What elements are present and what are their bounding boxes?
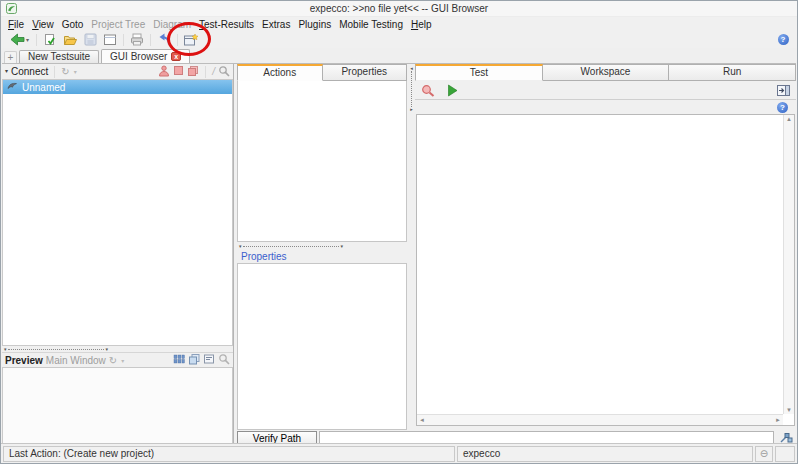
menu-project-tree: Project Tree xyxy=(87,19,149,30)
refresh-icon[interactable]: ↻ xyxy=(61,66,69,77)
header-separator xyxy=(205,66,206,78)
statusbar: Last Action: (Create new project) expecc… xyxy=(1,443,797,463)
menu-plugins[interactable]: Plugins xyxy=(294,19,335,30)
tab-new-testsuite[interactable]: New Testsuite xyxy=(19,50,99,63)
refresh-caret-icon[interactable]: ▾ xyxy=(74,68,77,75)
back-dropdown-caret[interactable]: ▾ xyxy=(26,36,29,43)
menu-view[interactable]: View xyxy=(28,19,58,30)
splitter-arrow-icon[interactable]: ▾ xyxy=(239,244,242,249)
splitter-grip[interactable] xyxy=(8,349,105,350)
inspect-icon[interactable] xyxy=(218,65,230,79)
connect-label[interactable]: Connect xyxy=(11,66,48,77)
menu-diagram: Diagram xyxy=(149,19,195,30)
splitter-arrow-icon[interactable]: ▾ xyxy=(340,244,343,249)
vertical-scrollbar[interactable]: ▲ ▼ xyxy=(783,115,794,414)
actions-list[interactable] xyxy=(237,81,407,242)
menu-test-results[interactable]: Test-Results xyxy=(195,19,258,30)
splitter-grip[interactable] xyxy=(243,246,340,247)
add-tab-button[interactable]: + xyxy=(4,51,17,63)
record-button xyxy=(418,82,438,98)
close-tab-icon[interactable]: x xyxy=(171,52,181,61)
open-folder-icon xyxy=(63,33,78,46)
menu-help[interactable]: Help xyxy=(407,19,436,30)
splitter-arrow-icon[interactable]: ▾ xyxy=(105,347,108,352)
preview-refresh-icon[interactable]: ↻ xyxy=(109,355,117,366)
menu-mobile-testing[interactable]: Mobile Testing xyxy=(335,19,407,30)
connection-tree: Unnamed xyxy=(2,80,233,346)
copy-icon[interactable] xyxy=(187,65,199,79)
main-toolbar: ▾ ? xyxy=(1,31,797,48)
new-testsuite-button[interactable] xyxy=(40,32,60,48)
console-button[interactable] xyxy=(773,82,793,98)
splitter-arrow-icon[interactable]: ▸ xyxy=(410,107,413,112)
horizontal-scrollbar[interactable]: ◄ ► xyxy=(417,414,783,425)
scroll-down-icon[interactable]: ▼ xyxy=(786,407,792,413)
record-icon xyxy=(421,84,435,97)
tab-label: GUI Browser xyxy=(110,51,167,63)
app-icon xyxy=(6,3,17,16)
tab-actions[interactable]: Actions xyxy=(237,64,323,81)
grid-icon[interactable] xyxy=(173,354,185,367)
properties-section-label: Properties xyxy=(237,250,407,263)
middle-tabs: Actions Properties xyxy=(237,64,407,81)
scroll-left-icon[interactable]: ◄ xyxy=(419,417,425,423)
tab-properties[interactable]: Properties xyxy=(323,64,408,81)
test-panel: Test Workspace Run ? xyxy=(415,64,796,430)
menu-extras[interactable]: Extras xyxy=(258,19,294,30)
stop-icon[interactable] xyxy=(173,65,184,78)
menu-file[interactable]: File xyxy=(4,19,28,30)
back-button[interactable]: ▾ xyxy=(6,32,33,48)
connect-menu-caret[interactable]: ▾ xyxy=(5,69,8,74)
help-icon: ? xyxy=(778,34,789,45)
workspace-text-area[interactable]: ▲ ▼ ◄ ► xyxy=(416,114,795,426)
gui-browser-icon xyxy=(183,33,199,47)
splitter-grip[interactable] xyxy=(411,71,412,107)
menu-goto[interactable]: Goto xyxy=(58,19,88,30)
zoom-icon[interactable] xyxy=(218,353,230,367)
names-icon[interactable] xyxy=(203,353,215,367)
toolbar-separator xyxy=(123,34,124,46)
window-title: expecco: >>no file yet<< -- GUI Browser xyxy=(310,3,488,14)
middle-horizontal-splitter[interactable]: ▾ ▾ xyxy=(237,242,407,250)
gui-browser-button[interactable] xyxy=(181,32,201,48)
expecco-main-window: expecco: >>no file yet<< -- GUI Browser … xyxy=(0,0,798,464)
undo-button[interactable] xyxy=(154,32,174,48)
run-button[interactable] xyxy=(442,82,462,98)
printer-icon xyxy=(130,33,145,46)
tab-run[interactable]: Run xyxy=(669,64,796,81)
console-icon xyxy=(776,84,791,97)
scroll-up-icon[interactable]: ▲ xyxy=(786,116,792,122)
splitter-arrow-icon[interactable]: ▾ xyxy=(4,347,7,352)
tab-test[interactable]: Test xyxy=(415,64,543,81)
slash-glyph: / xyxy=(212,66,215,77)
vertical-splitter[interactable]: ◂ ▸ xyxy=(408,64,415,430)
undo-arrow-icon xyxy=(157,33,171,46)
main-content: ▾ Connect ↻ ▾ / xyxy=(2,63,796,445)
workspace-help-row: ? xyxy=(415,100,796,114)
titlebar: expecco: >>no file yet<< -- GUI Browser xyxy=(1,1,797,17)
connect-agent-icon[interactable] xyxy=(158,65,170,79)
document-tabrow: + New Testsuite GUI Browser x xyxy=(1,48,797,63)
toolbar-help-button[interactable]: ? xyxy=(773,32,793,48)
save-button xyxy=(80,32,100,48)
status-indicator-icon: ⊖ xyxy=(755,446,773,462)
scroll-right-icon[interactable]: ► xyxy=(775,417,781,423)
test-toolbar xyxy=(415,81,796,100)
play-icon xyxy=(447,84,458,97)
tab-workspace[interactable]: Workspace xyxy=(543,64,670,81)
floppy-disk-icon xyxy=(84,33,97,46)
preview-refresh-caret-icon[interactable]: ▾ xyxy=(121,357,124,364)
tree-item-unnamed[interactable]: Unnamed xyxy=(3,80,232,94)
header-separator xyxy=(54,66,55,78)
grabber-icon xyxy=(7,81,18,93)
window-page-icon xyxy=(103,33,117,46)
properties-list[interactable] xyxy=(237,263,407,430)
tab-gui-browser[interactable]: GUI Browser x xyxy=(101,49,190,63)
tree-item-label: Unnamed xyxy=(22,82,65,93)
new-window-button[interactable] xyxy=(100,32,120,48)
open-file-button[interactable] xyxy=(60,32,80,48)
menubar: File View Goto Project Tree Diagram Test… xyxy=(1,17,797,31)
bounds-icon[interactable] xyxy=(188,353,200,367)
help-icon[interactable]: ? xyxy=(777,102,788,113)
connect-panel: ▾ Connect ↻ ▾ / xyxy=(2,64,234,446)
